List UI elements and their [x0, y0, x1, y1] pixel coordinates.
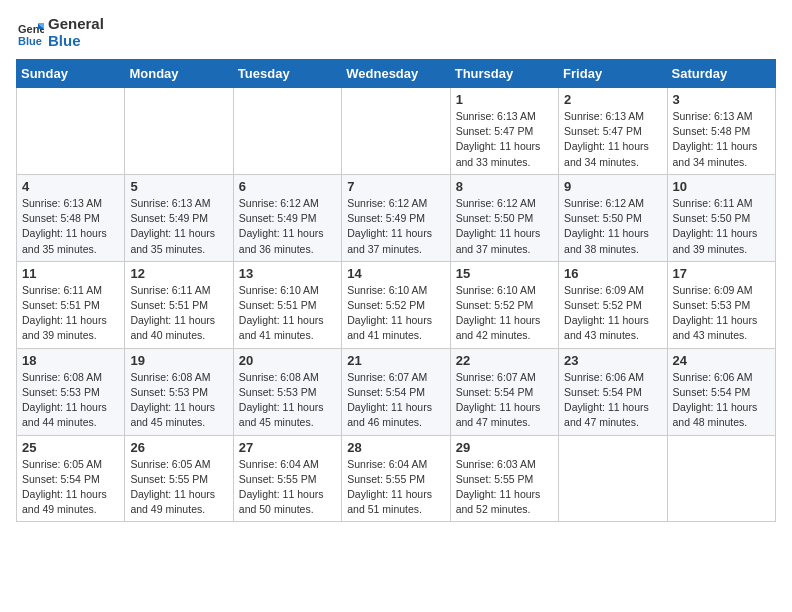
- day-number: 13: [239, 266, 336, 281]
- calendar-cell: 12Sunrise: 6:11 AM Sunset: 5:51 PM Dayli…: [125, 261, 233, 348]
- calendar-cell: 17Sunrise: 6:09 AM Sunset: 5:53 PM Dayli…: [667, 261, 775, 348]
- day-number: 28: [347, 440, 444, 455]
- day-header-monday: Monday: [125, 60, 233, 88]
- day-number: 8: [456, 179, 553, 194]
- day-info: Sunrise: 6:09 AM Sunset: 5:53 PM Dayligh…: [673, 283, 770, 344]
- day-number: 29: [456, 440, 553, 455]
- calendar-cell: 20Sunrise: 6:08 AM Sunset: 5:53 PM Dayli…: [233, 348, 341, 435]
- calendar-cell: 27Sunrise: 6:04 AM Sunset: 5:55 PM Dayli…: [233, 435, 341, 522]
- logo-line2: Blue: [48, 33, 104, 50]
- calendar-cell: 3Sunrise: 6:13 AM Sunset: 5:48 PM Daylig…: [667, 88, 775, 175]
- calendar-cell: 9Sunrise: 6:12 AM Sunset: 5:50 PM Daylig…: [559, 174, 667, 261]
- day-info: Sunrise: 6:05 AM Sunset: 5:54 PM Dayligh…: [22, 457, 119, 518]
- calendar-cell: 16Sunrise: 6:09 AM Sunset: 5:52 PM Dayli…: [559, 261, 667, 348]
- calendar-cell: 25Sunrise: 6:05 AM Sunset: 5:54 PM Dayli…: [17, 435, 125, 522]
- day-number: 6: [239, 179, 336, 194]
- day-number: 11: [22, 266, 119, 281]
- calendar-week-3: 11Sunrise: 6:11 AM Sunset: 5:51 PM Dayli…: [17, 261, 776, 348]
- day-header-friday: Friday: [559, 60, 667, 88]
- logo-line1: General: [48, 16, 104, 33]
- day-info: Sunrise: 6:06 AM Sunset: 5:54 PM Dayligh…: [673, 370, 770, 431]
- day-number: 9: [564, 179, 661, 194]
- calendar-cell: 7Sunrise: 6:12 AM Sunset: 5:49 PM Daylig…: [342, 174, 450, 261]
- calendar-cell: 29Sunrise: 6:03 AM Sunset: 5:55 PM Dayli…: [450, 435, 558, 522]
- day-number: 26: [130, 440, 227, 455]
- svg-text:Blue: Blue: [18, 35, 42, 47]
- day-info: Sunrise: 6:10 AM Sunset: 5:52 PM Dayligh…: [456, 283, 553, 344]
- day-header-wednesday: Wednesday: [342, 60, 450, 88]
- day-number: 5: [130, 179, 227, 194]
- day-info: Sunrise: 6:07 AM Sunset: 5:54 PM Dayligh…: [347, 370, 444, 431]
- day-number: 12: [130, 266, 227, 281]
- calendar-cell: 13Sunrise: 6:10 AM Sunset: 5:51 PM Dayli…: [233, 261, 341, 348]
- day-info: Sunrise: 6:13 AM Sunset: 5:48 PM Dayligh…: [22, 196, 119, 257]
- day-number: 20: [239, 353, 336, 368]
- day-info: Sunrise: 6:09 AM Sunset: 5:52 PM Dayligh…: [564, 283, 661, 344]
- day-info: Sunrise: 6:04 AM Sunset: 5:55 PM Dayligh…: [239, 457, 336, 518]
- day-number: 23: [564, 353, 661, 368]
- day-number: 18: [22, 353, 119, 368]
- logo-icon: General Blue: [16, 19, 44, 47]
- calendar-cell: [667, 435, 775, 522]
- calendar-cell: 28Sunrise: 6:04 AM Sunset: 5:55 PM Dayli…: [342, 435, 450, 522]
- day-info: Sunrise: 6:10 AM Sunset: 5:52 PM Dayligh…: [347, 283, 444, 344]
- calendar-week-4: 18Sunrise: 6:08 AM Sunset: 5:53 PM Dayli…: [17, 348, 776, 435]
- calendar-cell: [559, 435, 667, 522]
- day-header-saturday: Saturday: [667, 60, 775, 88]
- day-info: Sunrise: 6:08 AM Sunset: 5:53 PM Dayligh…: [22, 370, 119, 431]
- day-number: 16: [564, 266, 661, 281]
- calendar-cell: 18Sunrise: 6:08 AM Sunset: 5:53 PM Dayli…: [17, 348, 125, 435]
- calendar-cell: 21Sunrise: 6:07 AM Sunset: 5:54 PM Dayli…: [342, 348, 450, 435]
- calendar-cell: 22Sunrise: 6:07 AM Sunset: 5:54 PM Dayli…: [450, 348, 558, 435]
- day-info: Sunrise: 6:03 AM Sunset: 5:55 PM Dayligh…: [456, 457, 553, 518]
- day-info: Sunrise: 6:13 AM Sunset: 5:47 PM Dayligh…: [456, 109, 553, 170]
- day-number: 7: [347, 179, 444, 194]
- calendar-week-5: 25Sunrise: 6:05 AM Sunset: 5:54 PM Dayli…: [17, 435, 776, 522]
- day-number: 10: [673, 179, 770, 194]
- calendar-cell: [233, 88, 341, 175]
- day-number: 24: [673, 353, 770, 368]
- day-number: 21: [347, 353, 444, 368]
- day-header-sunday: Sunday: [17, 60, 125, 88]
- day-info: Sunrise: 6:06 AM Sunset: 5:54 PM Dayligh…: [564, 370, 661, 431]
- day-header-tuesday: Tuesday: [233, 60, 341, 88]
- day-info: Sunrise: 6:12 AM Sunset: 5:49 PM Dayligh…: [347, 196, 444, 257]
- day-number: 1: [456, 92, 553, 107]
- day-info: Sunrise: 6:08 AM Sunset: 5:53 PM Dayligh…: [239, 370, 336, 431]
- logo: General Blue General Blue: [16, 16, 104, 49]
- day-info: Sunrise: 6:11 AM Sunset: 5:51 PM Dayligh…: [130, 283, 227, 344]
- day-number: 15: [456, 266, 553, 281]
- calendar-table: SundayMondayTuesdayWednesdayThursdayFrid…: [16, 59, 776, 522]
- calendar-cell: 1Sunrise: 6:13 AM Sunset: 5:47 PM Daylig…: [450, 88, 558, 175]
- day-info: Sunrise: 6:08 AM Sunset: 5:53 PM Dayligh…: [130, 370, 227, 431]
- calendar-week-2: 4Sunrise: 6:13 AM Sunset: 5:48 PM Daylig…: [17, 174, 776, 261]
- calendar-cell: 19Sunrise: 6:08 AM Sunset: 5:53 PM Dayli…: [125, 348, 233, 435]
- calendar-cell: 14Sunrise: 6:10 AM Sunset: 5:52 PM Dayli…: [342, 261, 450, 348]
- day-info: Sunrise: 6:11 AM Sunset: 5:50 PM Dayligh…: [673, 196, 770, 257]
- calendar-header-row: SundayMondayTuesdayWednesdayThursdayFrid…: [17, 60, 776, 88]
- calendar-cell: [17, 88, 125, 175]
- day-info: Sunrise: 6:13 AM Sunset: 5:49 PM Dayligh…: [130, 196, 227, 257]
- calendar-cell: [125, 88, 233, 175]
- day-number: 4: [22, 179, 119, 194]
- calendar-cell: 11Sunrise: 6:11 AM Sunset: 5:51 PM Dayli…: [17, 261, 125, 348]
- day-info: Sunrise: 6:07 AM Sunset: 5:54 PM Dayligh…: [456, 370, 553, 431]
- day-number: 3: [673, 92, 770, 107]
- day-info: Sunrise: 6:11 AM Sunset: 5:51 PM Dayligh…: [22, 283, 119, 344]
- calendar-cell: 26Sunrise: 6:05 AM Sunset: 5:55 PM Dayli…: [125, 435, 233, 522]
- day-number: 2: [564, 92, 661, 107]
- day-number: 25: [22, 440, 119, 455]
- calendar-cell: 8Sunrise: 6:12 AM Sunset: 5:50 PM Daylig…: [450, 174, 558, 261]
- day-number: 14: [347, 266, 444, 281]
- calendar-cell: 6Sunrise: 6:12 AM Sunset: 5:49 PM Daylig…: [233, 174, 341, 261]
- day-number: 27: [239, 440, 336, 455]
- day-info: Sunrise: 6:05 AM Sunset: 5:55 PM Dayligh…: [130, 457, 227, 518]
- calendar-week-1: 1Sunrise: 6:13 AM Sunset: 5:47 PM Daylig…: [17, 88, 776, 175]
- day-number: 19: [130, 353, 227, 368]
- calendar-cell: 24Sunrise: 6:06 AM Sunset: 5:54 PM Dayli…: [667, 348, 775, 435]
- calendar-cell: [342, 88, 450, 175]
- page-header: General Blue General Blue: [16, 16, 776, 49]
- calendar-cell: 10Sunrise: 6:11 AM Sunset: 5:50 PM Dayli…: [667, 174, 775, 261]
- day-info: Sunrise: 6:12 AM Sunset: 5:49 PM Dayligh…: [239, 196, 336, 257]
- day-info: Sunrise: 6:13 AM Sunset: 5:47 PM Dayligh…: [564, 109, 661, 170]
